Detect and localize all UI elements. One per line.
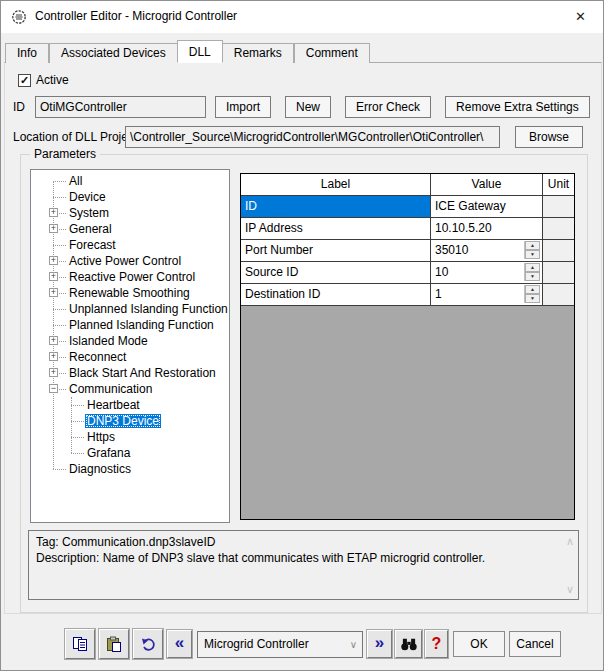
tree-item-renewable-smoothing[interactable]: +Renewable Smoothing	[31, 285, 229, 301]
tab-remarks[interactable]: Remarks	[222, 43, 294, 63]
parameter-description-box: Tag: Communication.dnp3slaveID Descripti…	[28, 530, 579, 600]
copy-icon	[72, 636, 89, 652]
tree-item-communication[interactable]: −Communication	[31, 381, 229, 397]
spinner-up-icon[interactable]: ▲	[525, 241, 540, 250]
next-element-button[interactable]: »	[367, 630, 392, 658]
minus-expander-icon[interactable]: −	[49, 384, 58, 393]
tree-item-active-power-control[interactable]: +Active Power Control	[31, 253, 229, 269]
scroll-down-icon[interactable]: ∨	[566, 584, 574, 594]
undo-button[interactable]	[133, 629, 163, 659]
param-value-cell[interactable]: 10▲▼	[431, 262, 543, 284]
tab-dll[interactable]: DLL	[177, 40, 223, 63]
tree-item-forecast[interactable]: Forecast	[31, 237, 229, 253]
plus-expander-icon[interactable]: +	[49, 224, 58, 233]
table-row-port-number[interactable]: Port Number35010▲▼	[241, 240, 574, 262]
table-row-ip-address[interactable]: IP Address10.10.5.20	[241, 218, 574, 240]
tree-item-label: Renewable Smoothing	[67, 286, 192, 300]
param-value-cell[interactable]: 1▲▼	[431, 284, 543, 306]
previous-element-button[interactable]: «	[167, 630, 192, 658]
close-icon[interactable]: ✕	[558, 1, 603, 32]
new-button[interactable]: New	[285, 96, 331, 118]
location-field[interactable]: \Controller_Source\MicrogridController\M…	[125, 126, 500, 148]
plus-expander-icon[interactable]: +	[49, 336, 58, 345]
browse-button[interactable]: Browse	[515, 126, 583, 148]
tree-item-grafana[interactable]: Grafana	[31, 445, 229, 461]
spinner-down-icon[interactable]: ▼	[525, 272, 540, 281]
combobox-value: Microgrid Controller	[204, 637, 309, 651]
tree-item-reconnect[interactable]: +Reconnect	[31, 349, 229, 365]
tree-item-heartbeat[interactable]: Heartbeat	[31, 397, 229, 413]
param-unit-cell	[543, 262, 574, 284]
column-header-unit: Unit	[543, 174, 574, 196]
tree-item-https[interactable]: Https	[31, 429, 229, 445]
paste-icon	[106, 636, 122, 652]
scroll-up-icon[interactable]: ∧	[566, 536, 574, 546]
tree-item-reactive-power-control[interactable]: +Reactive Power Control	[31, 269, 229, 285]
param-label-cell[interactable]: IP Address	[241, 218, 431, 240]
tree-item-black-start-and-restoration[interactable]: +Black Start And Restoration	[31, 365, 229, 381]
plus-expander-icon[interactable]: +	[49, 272, 58, 281]
param-value-cell[interactable]: 35010▲▼	[431, 240, 543, 262]
tree-item-planned-islanding-function[interactable]: Planned Islanding Function	[31, 317, 229, 333]
element-selector-combobox[interactable]: Microgrid Controller ∨	[197, 631, 363, 658]
tree-item-device[interactable]: Device	[31, 189, 229, 205]
tab-strip: InfoAssociated DevicesDLLRemarksComment	[5, 40, 370, 63]
table-row-destination-id[interactable]: Destination ID1▲▼	[241, 284, 574, 306]
import-button[interactable]: Import	[215, 96, 271, 118]
tree-item-label: Diagnostics	[67, 462, 133, 476]
param-value-cell[interactable]: ICE Gateway	[431, 196, 543, 218]
description-text-line: Description: Name of DNP3 slave that com…	[36, 550, 554, 566]
find-button[interactable]	[395, 630, 422, 658]
spinner-up-icon[interactable]: ▲	[525, 263, 540, 272]
paste-button[interactable]	[99, 629, 129, 659]
help-button[interactable]: ?	[425, 630, 448, 658]
ok-button[interactable]: OK	[453, 631, 505, 657]
chevrons-right-icon: »	[375, 633, 384, 652]
tab-associated-devices[interactable]: Associated Devices	[49, 43, 178, 63]
tree-item-label: Planned Islanding Function	[67, 318, 216, 332]
tree-item-label: Reconnect	[67, 350, 128, 364]
plus-expander-icon[interactable]: +	[49, 288, 58, 297]
param-label-cell[interactable]: Source ID	[241, 262, 431, 284]
param-value-cell[interactable]: 10.10.5.20	[431, 218, 543, 240]
parameters-groupbox: Parameters AllDevice+System+GeneralForec…	[20, 154, 588, 613]
spinner-up-icon[interactable]: ▲	[525, 285, 540, 294]
table-row-id[interactable]: IDICE Gateway	[241, 196, 574, 218]
spinner-down-icon[interactable]: ▼	[525, 250, 540, 259]
active-checkbox[interactable]: ✓	[18, 74, 31, 87]
spinner-down-icon[interactable]: ▼	[525, 294, 540, 303]
tree-item-label: Islanded Mode	[67, 334, 150, 348]
plus-expander-icon[interactable]: +	[49, 368, 58, 377]
tree-item-all[interactable]: All	[31, 173, 229, 189]
table-empty-area	[241, 306, 574, 519]
plus-expander-icon[interactable]: +	[49, 352, 58, 361]
help-icon: ?	[432, 635, 442, 653]
param-label-cell[interactable]: Destination ID	[241, 284, 431, 306]
id-field[interactable]: OtiMGController	[35, 96, 206, 118]
tree-item-label: Communication	[67, 382, 154, 396]
tree-item-islanded-mode[interactable]: +Islanded Mode	[31, 333, 229, 349]
tab-comment[interactable]: Comment	[294, 43, 370, 63]
tree-item-label: Active Power Control	[67, 254, 183, 268]
tree-item-label: Https	[85, 430, 117, 444]
tree-item-diagnostics[interactable]: Diagnostics	[31, 461, 229, 477]
column-header-label: Label	[241, 174, 431, 196]
cancel-button[interactable]: Cancel	[509, 631, 561, 657]
copy-button[interactable]	[65, 629, 95, 659]
tab-info[interactable]: Info	[5, 43, 49, 63]
tree-item-system[interactable]: +System	[31, 205, 229, 221]
table-row-source-id[interactable]: Source ID10▲▼	[241, 262, 574, 284]
plus-expander-icon[interactable]: +	[49, 208, 58, 217]
plus-expander-icon[interactable]: +	[49, 256, 58, 265]
tree-item-label: Device	[67, 190, 108, 204]
tree-item-general[interactable]: +General	[31, 221, 229, 237]
param-label-cell[interactable]: ID	[241, 196, 431, 218]
number-spinner: ▲▼	[524, 285, 540, 303]
param-label-cell[interactable]: Port Number	[241, 240, 431, 262]
error-check-button[interactable]: Error Check	[345, 96, 431, 118]
tree-item-label: Black Start And Restoration	[67, 366, 218, 380]
tree-item-dnp3-device[interactable]: DNP3 Device	[31, 413, 229, 429]
remove-extra-settings-button[interactable]: Remove Extra Settings	[445, 96, 590, 118]
param-unit-cell	[543, 196, 574, 218]
tree-item-unplanned-islanding-function[interactable]: Unplanned Islanding Function	[31, 301, 229, 317]
